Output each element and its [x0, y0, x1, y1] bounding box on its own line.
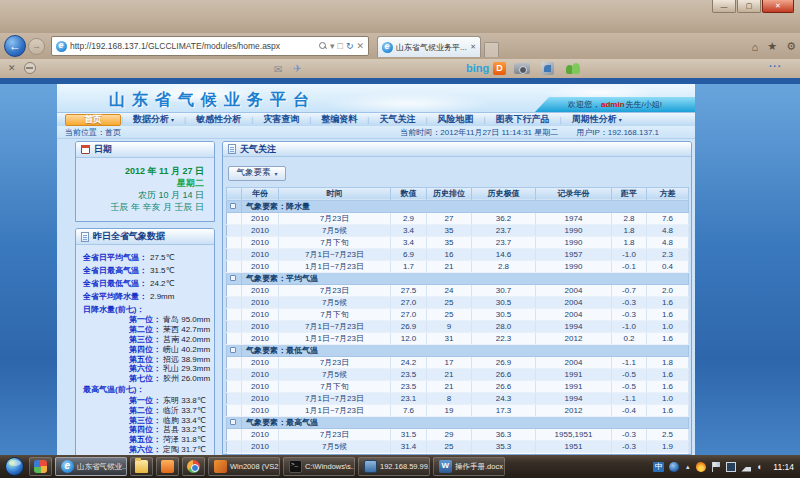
- row-checkbox-cell: [227, 440, 242, 452]
- nav-tab-7[interactable]: 风险地图: [427, 113, 483, 126]
- table-row[interactable]: 20101月1日~7月23日7.61917.32012-0.41.6: [227, 404, 689, 416]
- expand-checkbox[interactable]: [230, 203, 236, 209]
- table-row[interactable]: 20107月23日31.52936.31955,1951-0.32.5: [227, 428, 689, 440]
- taskbar-button-8[interactable]: 192.168.59.99...: [358, 457, 430, 476]
- satellite-icon[interactable]: [541, 62, 554, 75]
- nav-tab-3[interactable]: 敏感性分析: [186, 113, 251, 126]
- new-tab-button[interactable]: [484, 42, 499, 57]
- nav-tab-5[interactable]: 整编资料: [311, 113, 367, 126]
- group-row[interactable]: 气象要素：平均气温: [227, 272, 689, 284]
- table-row[interactable]: 20107月5候31.42535.31951-0.31.9: [227, 440, 689, 452]
- table-row[interactable]: 20107月下旬23.52126.61991-0.51.6: [227, 380, 689, 392]
- mail-icon[interactable]: ✉: [274, 64, 282, 75]
- gear-icon[interactable]: ⚙: [786, 40, 796, 53]
- table-row[interactable]: 20107月下旬3.43523.719901.84.8: [227, 236, 689, 248]
- column-header[interactable]: 数值: [391, 187, 427, 200]
- taskbar-button-5[interactable]: [182, 457, 205, 476]
- table-row[interactable]: 20107月5候27.02530.52004-0.31.6: [227, 296, 689, 308]
- action-center-flag-icon[interactable]: [711, 462, 721, 472]
- taskbar-button-3[interactable]: [130, 457, 153, 476]
- nav-tab-9[interactable]: 周期性分析▾: [562, 113, 632, 126]
- taskbar-button-7[interactable]: C:\Windows\s...: [283, 457, 355, 476]
- group-row[interactable]: 气象要素：最低气温: [227, 344, 689, 356]
- display-tray-icon[interactable]: [726, 462, 736, 472]
- maximize-button[interactable]: ▢: [737, 0, 761, 13]
- refresh-icon[interactable]: ↻: [346, 41, 354, 51]
- compatibility-icon[interactable]: □: [337, 41, 342, 51]
- taskbar-button-6[interactable]: Win2008 (VS2...: [208, 457, 280, 476]
- element-dropdown-button[interactable]: 气象要素 ▾: [228, 166, 286, 181]
- favorites-star-icon[interactable]: ★: [767, 40, 777, 53]
- table-cell: 1990: [536, 236, 612, 248]
- bing-logo[interactable]: bing: [466, 62, 489, 74]
- column-header[interactable]: 历史排位: [427, 187, 472, 200]
- forward-button[interactable]: →: [28, 38, 45, 55]
- more-options-icon[interactable]: ···: [769, 61, 782, 72]
- taskbar-button-1[interactable]: [29, 457, 52, 476]
- volume-icon[interactable]: ◖: [756, 462, 766, 472]
- group-row[interactable]: 气象要素：最高气温: [227, 416, 689, 428]
- table-cell: 26.9: [472, 356, 536, 368]
- url-field[interactable]: http://192.168.137.1/GLCCLIMATE/modules/…: [51, 36, 369, 56]
- table-row[interactable]: 20107月1日~7月23日26.9928.01994-1.01.0: [227, 320, 689, 332]
- expand-checkbox[interactable]: [230, 419, 236, 425]
- taskbar-button-4[interactable]: [156, 457, 179, 476]
- expand-checkbox[interactable]: [230, 275, 236, 281]
- back-button[interactable]: ←: [4, 35, 26, 57]
- start-button[interactable]: [5, 457, 24, 476]
- taskbar-button-9[interactable]: 操作手册.docx ..: [433, 457, 505, 476]
- nav-tab-6[interactable]: 天气关注: [369, 113, 425, 126]
- table-row[interactable]: 20101月1日~7月23日1.7212.81990-0.10.4: [227, 260, 689, 272]
- table-cell: 2.3: [647, 248, 689, 260]
- table-row[interactable]: 20107月1日~7月23日23.1824.31994-1.11.0: [227, 392, 689, 404]
- messenger-buddies-icon[interactable]: [566, 63, 580, 74]
- main-nav: 首页|数据分析▾|敏感性分析|灾害查询|整编资料|天气关注|风险地图|图表下行产…: [57, 112, 695, 126]
- stop-icon[interactable]: ✕: [356, 41, 364, 51]
- minimize-button[interactable]: —: [712, 0, 736, 13]
- column-header[interactable]: 方差: [647, 187, 689, 200]
- element-dropdown-label: 气象要素: [236, 167, 270, 179]
- table-row[interactable]: 20107月5候3.43523.719901.84.8: [227, 224, 689, 236]
- close-button[interactable]: ✕: [762, 0, 794, 13]
- table-row[interactable]: 20107月1日~7月23日6.91614.61957-1.02.3: [227, 248, 689, 260]
- flame-tray-icon[interactable]: [696, 462, 706, 472]
- table-row[interactable]: 20107月23日2.92736.219742.87.6: [227, 212, 689, 224]
- search-icon[interactable]: [319, 42, 327, 50]
- network-icon[interactable]: [741, 462, 751, 472]
- breadcrumb: 当前位置：首页: [65, 127, 121, 138]
- table-row[interactable]: 20107月23日27.52430.72004-0.72.0: [227, 284, 689, 296]
- tray-expand-icon[interactable]: ▴: [684, 462, 691, 472]
- orange-icon: [161, 460, 174, 473]
- language-indicator-icon[interactable]: 中: [653, 462, 664, 472]
- site-banner: 山东省气候业务平台 欢迎您， admin 先生/小姐!: [57, 84, 695, 112]
- camera-icon[interactable]: [514, 63, 530, 74]
- group-row[interactable]: 气象要素：降水量: [227, 200, 689, 212]
- home-icon[interactable]: ⌂: [752, 41, 759, 53]
- table-row[interactable]: 20107月23日24.21726.92004-1.11.8: [227, 356, 689, 368]
- table-row[interactable]: 20107月5候23.52126.61991-0.51.6: [227, 368, 689, 380]
- nav-tab-4[interactable]: 灾害查询: [253, 113, 309, 126]
- table-row[interactable]: 20101月1日~7月23日12.03122.320120.21.6: [227, 332, 689, 344]
- send-icon[interactable]: ✈: [293, 63, 301, 74]
- taskbar-clock[interactable]: 11:14: [773, 462, 794, 472]
- select-all-cell[interactable]: [227, 187, 242, 200]
- table-row[interactable]: 20107月下旬27.02530.52004-0.31.6: [227, 308, 689, 320]
- security-tray-icon[interactable]: [669, 462, 679, 472]
- column-header[interactable]: 时间: [279, 187, 391, 200]
- nav-tab-2[interactable]: 数据分析▾: [123, 113, 184, 126]
- expand-checkbox[interactable]: [230, 347, 236, 353]
- url-text[interactable]: http://192.168.137.1/GLCCLIMATE/modules/…: [70, 41, 316, 51]
- column-header[interactable]: 历史极值: [472, 187, 536, 200]
- taskbar-button-2[interactable]: 山东省气候业...: [55, 457, 127, 476]
- toolbar-close-icon[interactable]: ✕: [8, 63, 16, 73]
- browser-tab[interactable]: 山东省气候业务平... ✕: [377, 36, 481, 57]
- column-header[interactable]: 距平: [612, 187, 647, 200]
- column-header[interactable]: 年份: [242, 187, 279, 200]
- d-badge-icon[interactable]: D: [493, 62, 506, 75]
- chevron-down-icon[interactable]: ▾: [330, 41, 335, 51]
- stat-line: 全省平均降水量：2.9mm: [83, 290, 212, 303]
- tab-close-icon[interactable]: ✕: [470, 43, 476, 51]
- nav-tab-8[interactable]: 图表下行产品: [486, 113, 560, 126]
- column-header[interactable]: 记录年份: [536, 187, 612, 200]
- nav-tab-1[interactable]: 首页: [65, 114, 121, 126]
